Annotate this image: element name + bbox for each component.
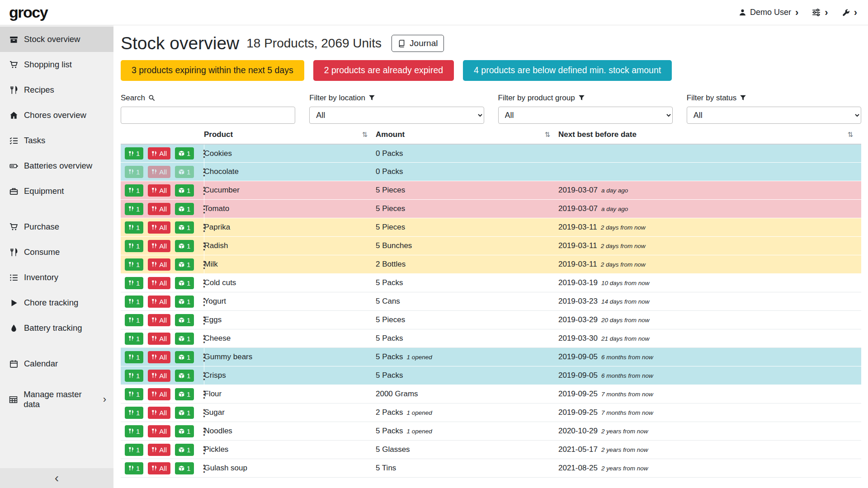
alert-expired[interactable]: 2 products are already expired [313,60,454,81]
open-one-button[interactable]: 1 [175,221,194,234]
consume-one-button[interactable]: 1 [125,425,143,437]
open-one-button[interactable]: 1 [175,296,194,308]
amount-column-header[interactable]: Amount⇅ [376,127,558,144]
product-group-filter-select[interactable]: All [498,107,673,124]
consume-all-button[interactable]: All [148,351,170,363]
box-open-icon [179,206,184,212]
open-one-button[interactable]: 1 [175,407,194,419]
consume-all-button[interactable]: All [148,166,170,178]
consume-one-button[interactable]: 1 [125,240,143,252]
consume-one-button[interactable]: 1 [125,370,143,382]
open-one-button[interactable]: 1 [175,351,194,363]
open-one-button[interactable]: 1 [175,425,194,437]
consume-one-button[interactable]: 1 [125,277,143,289]
sidebar-item-manage-master-data[interactable]: Manage master data› [0,387,113,412]
consume-one-button[interactable]: 1 [125,147,143,160]
sidebar-item-tasks[interactable]: Tasks [0,128,113,153]
user-menu[interactable]: Demo User › [739,8,798,18]
sidebar-collapse-button[interactable]: ‹ [0,468,113,488]
consume-one-button[interactable]: 1 [125,203,143,215]
consume-one-button[interactable]: 1 [125,444,143,456]
consume-one-button[interactable]: 1 [125,407,143,419]
product-column-header[interactable]: Product⇅ [204,127,376,144]
consume-one-button[interactable]: 1 [125,333,143,345]
sidebar-item-battery-tracking[interactable]: Battery tracking [0,315,113,341]
consume-one-button[interactable]: 1 [125,314,143,326]
consume-one-button[interactable]: 1 [125,166,143,178]
consume-all-button[interactable]: All [148,462,170,474]
sort-icon[interactable]: ⇅ [847,131,853,139]
consume-all-button[interactable]: All [148,203,170,215]
settings-menu[interactable]: › [812,8,828,18]
consume-all-button[interactable]: All [148,444,170,456]
sidebar-item-chore-tracking[interactable]: Chore tracking [0,290,113,315]
consume-all-button[interactable]: All [148,333,170,345]
search-label: Search [121,94,295,103]
utensils-icon [151,354,157,360]
consume-all-button[interactable]: All [148,388,170,400]
consume-all-button[interactable]: All [148,147,170,160]
sidebar-item-stock-overview[interactable]: Stock overview [0,27,113,52]
consume-one-button[interactable]: 1 [125,462,143,474]
date-column-header[interactable]: Next best before date⇅ [558,127,861,144]
alert-below-min-stock[interactable]: 4 products are below defined min. stock … [463,60,672,81]
table-row: 1 All 1 ⋮ Flour 2000 Grams 2019-09-257 m… [121,385,861,404]
consume-all-button[interactable]: All [148,221,170,234]
sidebar-item-consume[interactable]: Consume [0,239,113,265]
app-logo[interactable]: grocy [9,4,47,21]
consume-all-button[interactable]: All [148,258,170,271]
utensils-icon [128,262,134,267]
sidebar-item-shopping-list[interactable]: Shopping list [0,52,113,77]
sidebar-item-equipment[interactable]: Equipment [0,178,113,204]
play-icon [9,299,18,307]
amount: 5 Packs [376,352,403,361]
open-one-button[interactable]: 1 [175,277,194,289]
open-one-button[interactable]: 1 [175,444,194,456]
consume-one-button[interactable]: 1 [125,388,143,400]
sort-icon[interactable]: ⇅ [544,131,550,139]
box-open-icon [179,299,184,305]
consume-all-button[interactable]: All [148,407,170,419]
open-one-button[interactable]: 1 [175,184,194,197]
sidebar-item-calendar[interactable]: Calendar [0,351,113,376]
product-name: Cookies [204,144,376,163]
admin-menu[interactable]: › [842,8,857,18]
open-one-button[interactable]: 1 [175,203,194,215]
open-one-button[interactable]: 1 [175,166,194,178]
tasks-icon [9,136,18,145]
consume-one-button[interactable]: 1 [125,184,143,197]
utensils-icon [128,391,134,397]
sidebar-item-batteries-overview[interactable]: Batteries overview [0,153,113,178]
open-one-button[interactable]: 1 [175,147,194,160]
sidebar-item-purchase[interactable]: Purchase [0,214,113,239]
consume-one-button[interactable]: 1 [125,221,143,234]
consume-all-button[interactable]: All [148,370,170,382]
box-open-icon [179,280,184,286]
status-filter-select[interactable]: All [687,107,861,124]
open-one-button[interactable]: 1 [175,240,194,252]
consume-all-button[interactable]: All [148,184,170,197]
search-input[interactable] [121,107,295,124]
open-one-button[interactable]: 1 [175,333,194,345]
open-one-button[interactable]: 1 [175,314,194,326]
consume-all-button[interactable]: All [148,277,170,289]
sidebar-item-recipes[interactable]: Recipes [0,77,113,103]
sidebar-item-inventory[interactable]: Inventory [0,265,113,290]
journal-button[interactable]: Journal [392,35,444,52]
open-one-button[interactable]: 1 [175,462,194,474]
open-one-button[interactable]: 1 [175,388,194,400]
sort-icon[interactable]: ⇅ [362,131,368,139]
location-filter-select[interactable]: All [309,107,484,124]
open-one-button[interactable]: 1 [175,258,194,271]
sidebar-item-chores-overview[interactable]: Chores overview [0,103,113,128]
consume-all-button[interactable]: All [148,240,170,252]
consume-one-button[interactable]: 1 [125,351,143,363]
consume-one-button[interactable]: 1 [125,296,143,308]
open-one-button[interactable]: 1 [175,370,194,382]
consume-all-button[interactable]: All [148,425,170,437]
alert-expiring[interactable]: 3 products expiring within the next 5 da… [121,60,304,81]
amount: 0 Packs [376,167,403,176]
consume-all-button[interactable]: All [148,296,170,308]
consume-all-button[interactable]: All [148,314,170,326]
consume-one-button[interactable]: 1 [125,258,143,271]
